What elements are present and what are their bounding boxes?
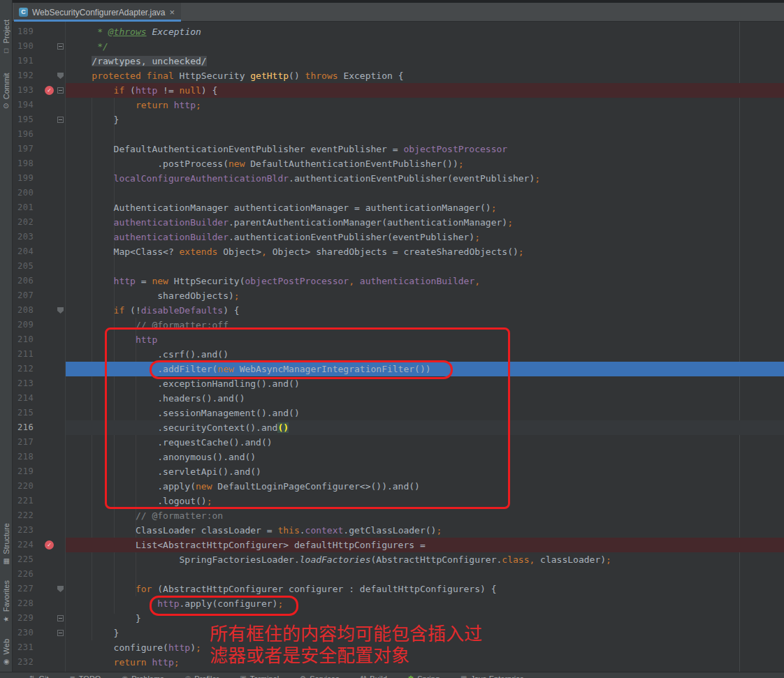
fold-arrow-icon[interactable] xyxy=(57,307,64,314)
line-number[interactable]: 201 xyxy=(17,200,41,215)
code-line-198[interactable]: 198 .postProcess(new DefaultAuthenticati… xyxy=(13,156,784,171)
line-number[interactable]: 229 xyxy=(17,611,41,626)
code-line-206[interactable]: 206 http = new HttpSecurity(objectPostPr… xyxy=(13,274,784,288)
toolwindow-button-spring[interactable]: ✽Spring xyxy=(408,675,440,678)
line-number[interactable]: 210 xyxy=(17,332,41,347)
code-line-222[interactable]: 222 // @formatter:on xyxy=(13,508,784,523)
folded-region[interactable]: /rawtypes, unchecked/ xyxy=(92,56,206,66)
line-number[interactable]: 228 xyxy=(17,596,41,611)
code-line-195[interactable]: 195 } xyxy=(13,112,784,127)
line-number[interactable]: 200 xyxy=(17,186,41,200)
line-number[interactable]: 206 xyxy=(17,274,41,288)
line-number[interactable]: 193 xyxy=(17,83,41,98)
line-number[interactable]: 205 xyxy=(17,259,41,274)
stripe-item-structure[interactable]: ▦Structure xyxy=(2,523,10,566)
fold-collapse-icon[interactable] xyxy=(57,43,64,50)
line-number[interactable]: 190 xyxy=(17,39,41,54)
line-number[interactable]: 219 xyxy=(17,464,41,479)
line-number[interactable]: 218 xyxy=(17,450,41,464)
fold-collapse-icon[interactable] xyxy=(57,630,64,636)
line-number[interactable]: 196 xyxy=(17,127,41,142)
line-number[interactable]: 207 xyxy=(17,288,41,303)
code-line-204[interactable]: 204 Map<Class<? extends Object>, Object>… xyxy=(13,244,784,259)
stripe-item-web[interactable]: ◉Web xyxy=(2,639,10,665)
line-number[interactable]: 213 xyxy=(17,376,41,391)
code-line-192[interactable]: 192 protected final HttpSecurity getHttp… xyxy=(13,68,784,83)
line-number[interactable]: 214 xyxy=(17,391,41,406)
line-number[interactable]: 217 xyxy=(17,435,41,450)
code-line-224[interactable]: 224✓ List<AbstractHttpConfigurer> defaul… xyxy=(13,538,784,552)
code-line-196[interactable]: 196 xyxy=(13,127,784,142)
line-number[interactable]: 221 xyxy=(17,494,41,508)
code-line-226[interactable]: 226 xyxy=(13,567,784,582)
toolwindow-button-build[interactable]: ⚒Build xyxy=(360,675,386,678)
code-line-202[interactable]: 202 authenticationBuilder.parentAuthenti… xyxy=(13,215,784,230)
code-line-199[interactable]: 199 localConfigureAuthenticationBldr.aut… xyxy=(13,171,784,186)
toolwindow-button-git[interactable]: ⇅Git xyxy=(29,675,48,678)
line-number[interactable]: 189 xyxy=(17,24,41,39)
toolwindow-button-profiler[interactable]: ◷Profiler xyxy=(185,675,219,678)
code-line-203[interactable]: 203 authenticationBuilder.authentication… xyxy=(13,230,784,244)
line-number[interactable]: 212 xyxy=(17,362,41,376)
line-number[interactable]: 198 xyxy=(17,156,41,171)
line-number[interactable]: 203 xyxy=(17,230,41,244)
toolwindow-button-todo[interactable]: ≣TODO xyxy=(69,675,101,678)
line-number[interactable]: 215 xyxy=(17,406,41,420)
toolwindow-button-java-enterprise[interactable]: ▦Java Enterprise xyxy=(460,675,524,678)
fold-collapse-icon[interactable] xyxy=(57,117,64,123)
line-number[interactable]: 225 xyxy=(17,552,41,567)
fold-arrow-icon[interactable] xyxy=(57,586,64,592)
line-number[interactable]: 209 xyxy=(17,318,41,332)
line-number[interactable]: 226 xyxy=(17,567,41,582)
breakpoint-icon[interactable]: ✓ xyxy=(45,86,54,95)
line-number[interactable]: 202 xyxy=(17,215,41,230)
tab-close-icon[interactable]: × xyxy=(170,8,175,17)
code-line-197[interactable]: 197 DefaultAuthenticationEventPublisher … xyxy=(13,142,784,156)
line-number[interactable]: 223 xyxy=(17,523,41,538)
line-number[interactable]: 195 xyxy=(17,112,41,127)
code-line-194[interactable]: 194 return http; xyxy=(13,98,784,112)
line-number[interactable]: 192 xyxy=(17,68,41,83)
line-number[interactable]: 224 xyxy=(17,538,41,552)
toolwindow-button-terminal[interactable]: ▣Terminal xyxy=(240,675,279,678)
line-number[interactable]: 216 xyxy=(17,420,41,435)
line-number[interactable]: 204 xyxy=(17,244,41,259)
line-number[interactable]: 194 xyxy=(17,98,41,112)
line-number[interactable]: 208 xyxy=(17,303,41,318)
toolwindow-button-problems[interactable]: ◉Problems xyxy=(122,675,164,678)
line-number[interactable]: 220 xyxy=(17,479,41,494)
code-line-201[interactable]: 201 AuthenticationManager authentication… xyxy=(13,200,784,215)
code-line-223[interactable]: 223 ClassLoader classLoader = this.conte… xyxy=(13,523,784,538)
toolwindow-button-services[interactable]: ⚙Services xyxy=(300,675,339,678)
line-number[interactable]: 232 xyxy=(17,655,41,670)
line-number[interactable]: 191 xyxy=(17,54,41,68)
code-line-189[interactable]: 189 * @throws Exception xyxy=(13,24,784,39)
code-line-208[interactable]: 208 if (!disableDefaults) { xyxy=(13,303,784,318)
stripe-item-commit[interactable]: ⊙Commit xyxy=(2,73,10,108)
breakpoint-icon[interactable]: ✓ xyxy=(45,540,54,550)
stripe-item-project[interactable]: □Project xyxy=(2,20,10,54)
code-line-225[interactable]: 225 SpringFactoriesLoader.loadFactories(… xyxy=(13,552,784,567)
line-number[interactable]: 211 xyxy=(17,347,41,362)
fold-arrow-icon[interactable] xyxy=(57,73,64,79)
fold-collapse-icon[interactable] xyxy=(57,87,64,94)
code-line-193[interactable]: 193✓ if (http != null) { xyxy=(13,83,784,98)
line-number[interactable]: 222 xyxy=(17,508,41,523)
code-line-228[interactable]: 228 http.apply(configurer); xyxy=(13,596,784,611)
left-tool-stripe: □Project⊙Commit ▦Structure★Favorites◉Web xyxy=(0,0,13,678)
fold-collapse-icon[interactable] xyxy=(57,615,64,621)
code-line-200[interactable]: 200 xyxy=(13,186,784,200)
tab-websecurityconfigureradapter[interactable]: C WebSecurityConfigurerAdapter.java × xyxy=(14,3,181,22)
code-line-191[interactable]: 191 /rawtypes, unchecked/ xyxy=(13,54,784,68)
line-number[interactable]: 231 xyxy=(17,640,41,655)
code-editor[interactable]: 189 * @throws Exception190 */191 /rawtyp… xyxy=(13,22,784,672)
line-number[interactable]: 227 xyxy=(17,582,41,596)
code-line-227[interactable]: 227 for (AbstractHttpConfigurer configur… xyxy=(13,582,784,596)
line-number[interactable]: 230 xyxy=(17,626,41,640)
line-number[interactable]: 197 xyxy=(17,142,41,156)
stripe-item-favorites[interactable]: ★Favorites xyxy=(2,580,10,623)
code-line-190[interactable]: 190 */ xyxy=(13,39,784,54)
code-line-205[interactable]: 205 xyxy=(13,259,784,274)
line-number[interactable]: 199 xyxy=(17,171,41,186)
code-line-207[interactable]: 207 sharedObjects); xyxy=(13,288,784,303)
